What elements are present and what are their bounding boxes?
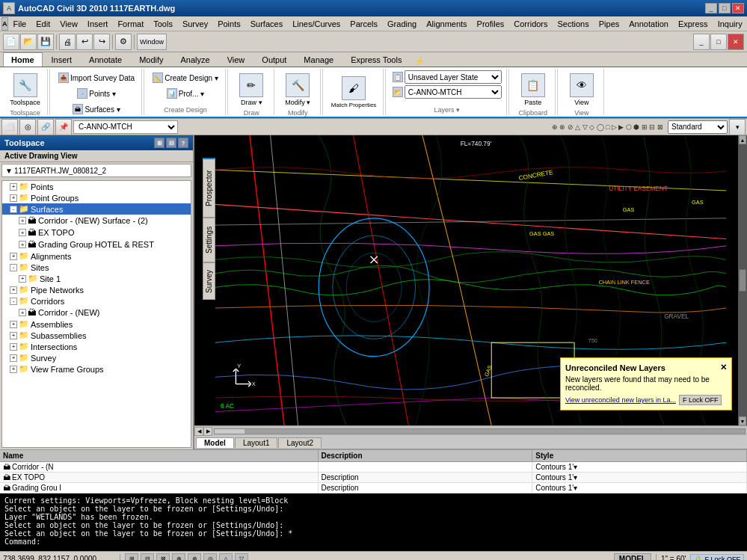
toolspace-icon-btn2[interactable]: ⊟ [166,138,176,148]
open-btn[interactable]: 📂 [20,34,37,50]
site1-expand[interactable]: + [19,275,26,283]
restore-panel-btn[interactable]: □ [710,34,727,50]
tree-item-intersections[interactable]: + 📁 Intersections [2,341,191,352]
current-layer-dropdown[interactable]: C-ANNO-MTCH [73,120,178,134]
paste-btn[interactable]: 📋 Paste [517,70,550,109]
snap-btn7[interactable]: △ [219,553,233,561]
menu-inquiry[interactable]: Inquiry [713,18,747,30]
pipe-networks-expand[interactable]: + [10,286,17,294]
surfaces-expand[interactable]: - [10,206,17,213]
tab-annotate[interactable]: Annotate [81,52,130,67]
sec-btn3[interactable]: 🔗 [37,119,54,135]
cad-viewport[interactable]: X Y FL=740.79' CONCRETE UTILITY EASEMENT… [194,135,747,425]
draw-btn[interactable]: ✏ Draw ▾ [235,70,268,109]
side-tab-prospector[interactable]: Prospector [203,158,215,218]
maximize-button[interactable]: □ [719,3,731,13]
close-button[interactable]: ✕ [732,3,744,13]
express-tool-icon[interactable]: ⚡ [411,55,428,67]
scroll-right-btn[interactable]: ▶ [203,427,212,436]
tab-layout1[interactable]: Layout1 [235,437,278,448]
tab-layout2[interactable]: Layout2 [278,437,322,448]
layer-state-dropdown[interactable]: Unsaved Layer State [405,70,502,84]
menu-format[interactable]: Format [113,18,148,30]
tree-item-assemblies[interactable]: + 📁 Assemblies [2,319,191,330]
tab-model[interactable]: Model [196,437,234,448]
survey-expand[interactable]: + [10,354,17,362]
menu-profiles[interactable]: Profiles [473,18,509,30]
toolspace-icon-btn1[interactable]: ⊞ [154,138,165,148]
snap-btn4[interactable]: ⊕ [172,553,185,561]
assemblies-expand[interactable]: + [10,321,17,328]
flock-btn[interactable]: F Lock OFF [679,395,722,405]
tree-item-point-groups[interactable]: + 📁 Point Groups [2,192,191,203]
redo-btn[interactable]: ↪ [93,34,110,50]
side-tab-survey[interactable]: Survey [203,262,215,300]
menu-survey[interactable]: Survey [178,18,212,30]
tab-home[interactable]: Home [3,52,43,67]
tab-insert[interactable]: Insert [43,52,81,67]
create-design-btn[interactable]: 📐 Create Design ▾ [149,70,222,85]
tree-item-view-frame-groups[interactable]: + 📁 View Frame Groups [2,363,191,375]
menu-insert[interactable]: Insert [83,18,113,30]
scroll-left-btn[interactable]: ◀ [194,427,203,436]
table-row-grading[interactable]: 🏔 Grading Grou I Description Contours 1'… [0,483,747,493]
menu-file[interactable]: File [9,18,31,30]
window-btn[interactable]: Window [137,34,167,50]
tree-item-corridor-new[interactable]: + 🏔 Corridor - (NEW) [2,307,191,319]
modify-btn[interactable]: 🔨 Modify ▾ [281,70,314,109]
sites-expand[interactable]: - [10,264,17,271]
hscrollbar-thumb[interactable] [215,429,245,434]
sec-btn2[interactable]: ◎ [19,119,36,135]
menu-points[interactable]: Points [213,18,245,30]
toolspace-icon-btn3[interactable]: ? [178,138,188,148]
tree-item-subassemblies[interactable]: + 📁 Subassemblies [2,330,191,341]
minimize-panel-btn[interactable]: _ [693,34,710,50]
menu-lines[interactable]: Lines/Curves [288,18,345,30]
tab-output[interactable]: Output [253,52,295,67]
tree-item-grading-group[interactable]: + 🏔 Grading Group HOTEL & REST [2,239,191,250]
tree-item-corridor-surface[interactable]: + 🏔 Corridor - (NEW) Surface - (2) [2,215,191,227]
alignments-expand[interactable]: + [10,253,17,260]
points-expand[interactable]: + [10,183,17,191]
surfaces-btn[interactable]: 🏔 Surfaces ▾ [69,102,123,117]
sec-dropdown-btn[interactable]: ▾ [729,119,746,135]
tree-item-ex-topo[interactable]: + 🏔 EX TOPO [2,227,191,239]
corridor-surface-expand[interactable]: + [19,217,26,224]
menu-view[interactable]: View [55,18,82,30]
vscroll-thumb[interactable] [739,269,746,292]
tree-item-alignments[interactable]: + 📁 Alignments [2,250,191,262]
snap-btn6[interactable]: ◎ [203,553,217,561]
menu-sections[interactable]: Sections [553,18,594,30]
tab-express-tools[interactable]: Express Tools [342,52,410,67]
intersections-expand[interactable]: + [10,343,17,351]
snap-btn2[interactable]: ⊟ [141,553,154,561]
standard-dropdown[interactable]: Standard [668,120,728,134]
menu-edit[interactable]: Edit [31,18,55,30]
menu-grading[interactable]: Grading [383,18,421,30]
flock-status[interactable]: 🔒 F Lock OFF [690,554,744,561]
side-tab-settings[interactable]: Settings [203,218,215,262]
notification-link[interactable]: View unreconciled new layers in La... [565,396,676,404]
menu-surfaces[interactable]: Surfaces [246,18,287,30]
drawing-dropdown[interactable]: ▼ 1117EARTH.JW_080812_2 [1,164,191,177]
vscroll-down-btn[interactable]: ▼ [739,416,746,425]
cad-vscrollbar[interactable]: ▲ ▼ [738,135,747,425]
tree-item-sites[interactable]: - 📁 Sites [2,262,191,273]
menu-corridors[interactable]: Corridors [509,18,552,30]
table-row-corridor[interactable]: 🏔 Corridor - (N Contours 1'▾ [0,462,747,473]
view-btn[interactable]: 👁 View [565,70,598,109]
menu-tools[interactable]: Tools [149,18,177,30]
print-btn[interactable]: 🖨 [59,34,76,50]
points-btn[interactable]: · Points ▾ [73,86,120,101]
match-props-btn[interactable]: 🖌 Match Properties [328,73,380,111]
tree-item-surfaces[interactable]: - 📁 Surfaces [2,203,191,215]
sec-btn4[interactable]: 📌 [55,119,72,135]
properties-btn[interactable]: ⚙ [115,34,132,50]
sec-btn1[interactable]: ⬜ [1,119,18,135]
tree-item-corridors[interactable]: - 📁 Corridors [2,295,191,307]
save-btn[interactable]: 💾 [37,34,54,50]
corridors-expand[interactable]: - [10,298,17,305]
subassemblies-expand[interactable]: + [10,332,17,339]
vscroll-up-btn[interactable]: ▲ [739,135,746,144]
close-panel-btn[interactable]: ✕ [728,34,744,50]
